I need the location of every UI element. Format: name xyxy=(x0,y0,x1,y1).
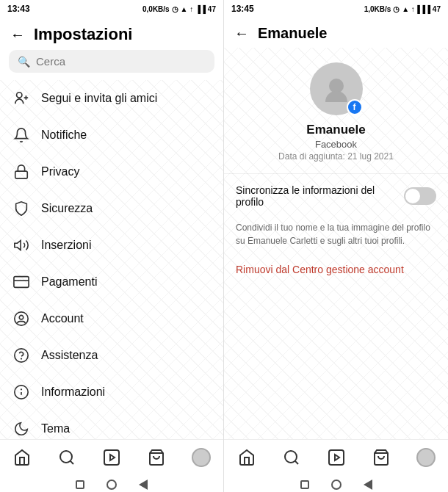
nav-label-ads: Inserzioni xyxy=(41,239,91,252)
svg-marker-2 xyxy=(15,241,21,250)
search-input[interactable] xyxy=(36,55,206,68)
shop-nav-item[interactable] xyxy=(142,443,171,472)
search-nav-item[interactable] xyxy=(52,443,82,472)
back-btn-right[interactable] xyxy=(364,480,372,490)
status-icons-right: 1,0KB/s ◷ ▲ ↑▐▐▐ 47 xyxy=(364,5,441,13)
nav-item-help[interactable]: Assistenza xyxy=(0,337,223,374)
nav-item-theme[interactable]: Tema xyxy=(0,410,223,439)
search-bar[interactable]: 🔍 xyxy=(9,50,214,73)
credit-card-icon xyxy=(12,272,31,292)
home-nav-item[interactable] xyxy=(7,443,37,472)
person-plus-icon xyxy=(12,89,31,108)
sync-toggle[interactable] xyxy=(404,187,436,205)
bottom-nav-left xyxy=(0,439,223,477)
nav-label-account: Account xyxy=(41,312,84,325)
profile-section: f Emanuele Facebook Data di aggiunta: 21… xyxy=(224,48,448,173)
home-nav-item-right[interactable] xyxy=(232,443,261,472)
nav-item-notifications[interactable]: Notifiche xyxy=(0,117,223,153)
bell-icon xyxy=(12,126,31,145)
status-bar-left: 13:43 0,0KB/s ◷ ▲ ↑ ▐▐ 47 xyxy=(0,0,223,18)
shop-nav-item-right[interactable] xyxy=(366,443,396,472)
header-right: ← Emanuele xyxy=(224,18,448,48)
shield-icon xyxy=(12,199,31,218)
nav-label-help: Assistenza xyxy=(41,349,98,362)
nav-item-account[interactable]: Account xyxy=(0,300,223,337)
header-left: ← Impostazioni xyxy=(0,18,223,50)
search-nav-item-right[interactable] xyxy=(277,443,306,472)
svg-rect-14 xyxy=(104,450,119,465)
status-bar-right: 13:45 1,0KB/s ◷ ▲ ↑▐▐▐ 47 xyxy=(224,0,448,18)
page-title-left: Impostazioni xyxy=(34,25,132,44)
nav-label-notifications: Notifiche xyxy=(41,129,87,142)
moon-icon xyxy=(12,419,31,438)
megaphone-icon xyxy=(12,236,31,255)
info-icon xyxy=(12,383,31,402)
help-circle-icon xyxy=(12,346,31,365)
square-btn-left[interactable] xyxy=(76,480,84,489)
nav-label-follow: Segui e invita gli amici xyxy=(41,92,157,105)
nav-label-payments: Pagamenti xyxy=(41,275,98,289)
profile-nav-item-right[interactable] xyxy=(411,443,441,472)
svg-point-0 xyxy=(17,93,22,98)
status-icons-left: 0,0KB/s ◷ ▲ ↑ ▐▐ 47 xyxy=(142,5,216,13)
svg-point-12 xyxy=(60,451,72,463)
nav-item-security[interactable]: Sicurezza xyxy=(0,190,223,227)
nav-item-ads[interactable]: Inserzioni xyxy=(0,227,223,264)
reels-nav-item[interactable] xyxy=(97,443,126,472)
time-left: 13:43 xyxy=(7,4,30,14)
svg-point-17 xyxy=(285,451,297,463)
svg-point-5 xyxy=(15,312,28,325)
bottom-nav-right xyxy=(224,439,448,477)
back-btn-left[interactable] xyxy=(139,480,148,490)
nav-item-payments[interactable]: Pagamenti xyxy=(0,264,223,300)
reels-nav-item-right[interactable] xyxy=(322,443,351,472)
sys-bar-left xyxy=(0,477,223,492)
nav-item-info[interactable]: Informazioni xyxy=(0,374,223,410)
svg-point-6 xyxy=(19,315,24,319)
square-btn-right[interactable] xyxy=(300,480,309,489)
nav-item-follow[interactable]: Segui e invita gli amici xyxy=(0,80,223,117)
nav-list: Segui e invita gli amici Notifiche Priva… xyxy=(0,80,223,439)
profile-platform: Facebook xyxy=(315,139,357,150)
search-icon: 🔍 xyxy=(18,56,30,68)
left-panel: 13:43 0,0KB/s ◷ ▲ ↑ ▐▐ 47 ← Impostazioni… xyxy=(0,0,224,492)
nav-label-security: Sicurezza xyxy=(41,202,93,215)
profile-nav-item-left[interactable] xyxy=(187,443,216,472)
svg-line-18 xyxy=(295,460,297,463)
avatar-wrap: f xyxy=(310,62,363,115)
nav-label-theme: Tema xyxy=(41,422,70,435)
circle-btn-left[interactable] xyxy=(106,480,117,490)
profile-name: Emanuele xyxy=(306,123,365,137)
remove-account-link[interactable]: Rimuovi dal Centro gestione account xyxy=(224,258,448,287)
svg-point-7 xyxy=(15,349,28,362)
nav-label-privacy: Privacy xyxy=(41,165,79,178)
user-circle-icon xyxy=(12,309,31,328)
circle-btn-right[interactable] xyxy=(331,480,342,490)
profile-date: Data di aggiunta: 21 lug 2021 xyxy=(278,151,394,162)
back-icon-right[interactable]: ← xyxy=(234,25,249,42)
svg-rect-3 xyxy=(14,277,29,288)
sys-bar-right xyxy=(224,477,448,492)
svg-rect-19 xyxy=(329,450,344,465)
sync-label: Sincronizza le informazioni del profilo xyxy=(236,184,397,208)
right-content: f Emanuele Facebook Data di aggiunta: 21… xyxy=(224,48,448,439)
sync-row: Sincronizza le informazioni del profilo xyxy=(224,173,448,218)
nav-label-info: Informazioni xyxy=(41,386,105,399)
facebook-badge: f xyxy=(347,99,363,115)
svg-line-13 xyxy=(71,460,73,463)
sync-description: Condividi il tuo nome e la tua immagine … xyxy=(224,218,448,258)
svg-rect-1 xyxy=(15,171,28,178)
page-title-right: Emanuele xyxy=(258,25,327,42)
time-right: 13:45 xyxy=(231,4,254,14)
nav-item-privacy[interactable]: Privacy xyxy=(0,153,223,190)
right-panel: 13:45 1,0KB/s ◷ ▲ ↑▐▐▐ 47 ← Emanuele f xyxy=(224,0,448,492)
back-icon-left[interactable]: ← xyxy=(10,26,25,43)
nav-content: Segui e invita gli amici Notifiche Priva… xyxy=(0,80,223,439)
lock-icon xyxy=(12,162,31,181)
